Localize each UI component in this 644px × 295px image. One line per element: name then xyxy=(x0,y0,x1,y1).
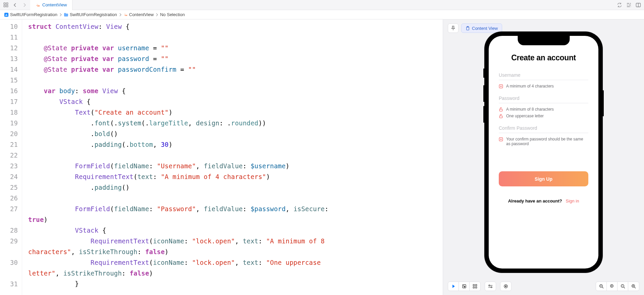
xmark-square-icon xyxy=(499,137,503,141)
svg-point-21 xyxy=(505,286,506,287)
svg-text:A: A xyxy=(5,13,8,16)
grid-icon xyxy=(473,284,477,289)
device-settings-button[interactable] xyxy=(485,282,496,291)
cursor-icon xyxy=(462,284,467,289)
back-button[interactable] xyxy=(11,1,19,9)
req-confirm-same: Your confirm password should be the same… xyxy=(499,136,588,147)
field-password[interactable]: Password xyxy=(499,94,588,103)
zoom-out-button[interactable] xyxy=(596,282,607,291)
lock-open-icon xyxy=(499,114,503,118)
svg-rect-16 xyxy=(473,287,475,288)
variants-button[interactable] xyxy=(470,282,480,291)
refresh-icon[interactable] xyxy=(616,1,623,9)
svg-rect-0 xyxy=(4,3,5,4)
swift-icon xyxy=(123,12,128,17)
req-username-min: A minimum of 4 characters xyxy=(499,83,588,90)
main-split: 1011121314151617181920212223242526272829… xyxy=(0,19,644,295)
xmark-square-icon xyxy=(499,84,503,88)
lock-open-icon xyxy=(499,107,503,112)
device-notch xyxy=(518,36,570,45)
sliders-icon xyxy=(488,284,493,289)
svg-rect-1 xyxy=(6,3,8,4)
preview-pane: Content View Create an account Username xyxy=(443,19,644,295)
zoom-in-icon xyxy=(631,284,636,289)
svg-rect-15 xyxy=(476,285,477,286)
svg-rect-19 xyxy=(491,287,492,288)
device-screen[interactable]: Create an account Username A minimum of … xyxy=(489,36,598,269)
chevron-right-icon xyxy=(59,13,62,16)
zoom-in-button[interactable] xyxy=(628,282,639,291)
breadcrumb: A SwiftUIFormRegistration SwiftUIFormReg… xyxy=(0,10,644,19)
tab-label: ContentView xyxy=(42,2,67,7)
crumb-selection[interactable]: No Selection xyxy=(159,12,185,17)
circle-icon xyxy=(503,284,508,289)
zoom-actual-button[interactable]: 1 xyxy=(618,282,628,291)
code-body[interactable]: struct ContentView: View { @State privat… xyxy=(22,19,443,295)
crumb-file[interactable]: ContentView xyxy=(123,12,154,17)
zoom-fit-button[interactable] xyxy=(607,282,618,291)
chevron-right-icon xyxy=(156,13,158,16)
zoom-100-icon: 1 xyxy=(621,284,625,289)
svg-rect-3 xyxy=(6,5,8,7)
crumb-folder[interactable]: SwiftUIFormRegistration xyxy=(63,12,118,17)
req-password-min: A minimum of 8 characters xyxy=(499,106,588,113)
tab-bar: ContentView xyxy=(0,0,644,10)
play-icon xyxy=(451,284,456,289)
signin-link[interactable]: Sign in xyxy=(566,198,579,203)
forward-button[interactable] xyxy=(21,1,28,9)
svg-rect-18 xyxy=(489,285,490,286)
svg-rect-14 xyxy=(473,285,475,286)
svg-rect-10 xyxy=(499,109,502,111)
pin-button[interactable] xyxy=(448,23,459,33)
folder-icon xyxy=(64,13,68,17)
clipboard-icon xyxy=(466,26,470,31)
add-editor-icon[interactable] xyxy=(635,1,642,9)
pin-icon xyxy=(451,26,455,31)
zoom-fit-icon xyxy=(610,284,614,289)
preview-selector[interactable]: Content View xyxy=(461,23,502,33)
form-title: Create an account xyxy=(499,53,588,62)
req-password-uppercase: One uppercase letter xyxy=(499,113,588,119)
zoom-out-icon xyxy=(599,284,604,289)
svg-rect-2 xyxy=(4,5,5,7)
chevron-right-icon xyxy=(119,13,121,16)
related-items-icon[interactable] xyxy=(2,1,9,9)
line-gutter: 1011121314151617181920212223242526272829… xyxy=(0,19,22,295)
live-button[interactable] xyxy=(448,282,459,291)
preview-on-device-button[interactable] xyxy=(500,282,511,291)
svg-text:1: 1 xyxy=(622,285,623,287)
app-icon: A xyxy=(4,12,9,17)
field-confirm-password[interactable]: Confirm Password xyxy=(499,123,588,133)
signin-row: Already have an account? Sign in xyxy=(499,198,588,203)
selectable-button[interactable] xyxy=(459,282,470,291)
svg-rect-17 xyxy=(476,287,477,288)
adjust-editor-icon[interactable] xyxy=(625,1,633,9)
svg-rect-11 xyxy=(499,116,502,118)
preview-toolbar: 1 xyxy=(448,282,639,291)
swift-icon xyxy=(36,3,40,7)
signup-button[interactable]: Sign Up xyxy=(499,171,588,186)
crumb-project[interactable]: A SwiftUIFormRegistration xyxy=(3,12,58,17)
code-editor[interactable]: 1011121314151617181920212223242526272829… xyxy=(0,19,443,295)
field-username[interactable]: Username xyxy=(499,70,588,80)
tab-contentview[interactable]: ContentView xyxy=(30,0,72,10)
device-frame: Create an account Username A minimum of … xyxy=(484,32,603,273)
